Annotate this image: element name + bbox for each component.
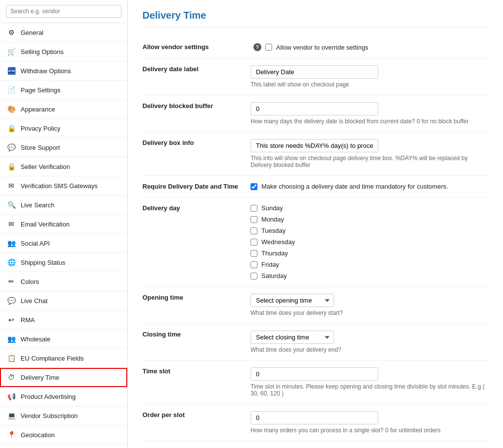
checkbox-day-monday[interactable] bbox=[251, 216, 257, 223]
day-item-monday: Monday bbox=[251, 216, 488, 223]
sidebar-item-eu-compliance[interactable]: 📋EU Compliance Fields bbox=[0, 349, 127, 368]
sidebar-item-appearance[interactable]: 🎨Appearance bbox=[0, 100, 127, 119]
icon-withdraw-options: 🏧 bbox=[7, 66, 16, 75]
icon-selling-options: 🛒 bbox=[7, 47, 16, 56]
row-opening-time: Opening time Select opening time What ti… bbox=[142, 287, 488, 324]
icon-eu-compliance: 📋 bbox=[7, 354, 16, 363]
sidebar-item-withdraw-options[interactable]: 🏧Withdraw Options bbox=[0, 61, 127, 81]
sidebar-search-container bbox=[0, 0, 127, 23]
input-blocked-buffer[interactable] bbox=[251, 102, 378, 115]
icon-appearance: 🎨 bbox=[7, 105, 16, 113]
cell-blocked-buffer: How many days the delivery date is block… bbox=[251, 95, 488, 132]
row-save: Save Changes bbox=[142, 441, 488, 448]
cell-delivery-day: SundayMondayTuesdayWednesdayThursdayFrid… bbox=[251, 197, 488, 287]
icon-geolocation: 📍 bbox=[7, 430, 16, 439]
sidebar-item-live-search[interactable]: 🔍Live Search bbox=[0, 196, 127, 215]
sidebar-label-privacy-policy: Privacy Policy bbox=[21, 125, 60, 132]
label-time-slot: Time slot bbox=[142, 361, 251, 404]
sidebar-item-store-support[interactable]: 💬Store Support bbox=[0, 138, 127, 157]
label-require-delivery: Require Delivery Date and Time bbox=[142, 176, 251, 197]
input-box-info[interactable] bbox=[251, 139, 378, 152]
sidebar-item-seller-verification[interactable]: 🔒Seller Verification bbox=[0, 157, 127, 176]
sidebar-item-geolocation[interactable]: 📍Geolocation bbox=[0, 425, 127, 445]
label-allow-vendor: Allow vendor settings bbox=[142, 36, 251, 58]
cell-time-slot: Time slot in minutes. Please keep openin… bbox=[251, 361, 488, 404]
checkbox-day-thursday[interactable] bbox=[251, 250, 257, 257]
cell-save: Save Changes bbox=[251, 441, 488, 448]
sidebar-item-colors[interactable]: ✏Colors bbox=[0, 272, 127, 291]
select-closing-time[interactable]: Select closing time bbox=[251, 331, 334, 344]
icon-rma: ↩ bbox=[7, 315, 16, 324]
sidebar-item-delivery-time[interactable]: ⏱Delivery Time bbox=[0, 368, 127, 387]
row-allow-vendor: Allow vendor settings ? Allow vendor to … bbox=[142, 36, 488, 58]
desc-closing-time: What time does your delivery end? bbox=[251, 346, 488, 353]
label-day-friday: Friday bbox=[261, 261, 279, 268]
help-icon-allow-vendor[interactable]: ? bbox=[253, 43, 261, 51]
sidebar-item-wholesale[interactable]: 👥Wholesale bbox=[0, 330, 127, 349]
checkbox-allow-vendor[interactable] bbox=[265, 44, 272, 51]
checkbox-day-friday[interactable] bbox=[251, 261, 257, 268]
icon-live-chat: 💬 bbox=[7, 296, 16, 305]
checkbox-require-delivery[interactable] bbox=[251, 183, 257, 190]
cell-order-per-slot: How many orders you can process in a sin… bbox=[251, 404, 488, 441]
cell-closing-time: Select closing time What time does your … bbox=[251, 324, 488, 361]
sidebar-item-rma[interactable]: ↩RMA bbox=[0, 310, 127, 330]
row-delivery-day: Delivery day SundayMondayTuesdayWednesda… bbox=[142, 197, 488, 287]
checkbox-day-sunday[interactable] bbox=[251, 205, 257, 212]
icon-general: ⚙ bbox=[7, 28, 16, 37]
sidebar-label-colors: Colors bbox=[21, 278, 39, 285]
sidebar-item-selling-options[interactable]: 🛒Selling Options bbox=[0, 42, 127, 61]
row-require-delivery: Require Delivery Date and Time Make choo… bbox=[142, 176, 488, 197]
sidebar-label-wholesale: Wholesale bbox=[21, 336, 51, 343]
sidebar-item-vendor-subscription[interactable]: 💻Vendor Subscription bbox=[0, 406, 127, 425]
sidebar-label-general: General bbox=[21, 29, 43, 36]
day-item-sunday: Sunday bbox=[251, 204, 488, 212]
sidebar-label-shipping-status: Shipping Status bbox=[21, 259, 65, 266]
select-opening-time[interactable]: Select opening time bbox=[251, 294, 334, 307]
cell-require-delivery: Make choosing a delivery date and time m… bbox=[251, 176, 488, 197]
row-delivery-date-label: Delivery date label This label will show… bbox=[142, 58, 488, 95]
cell-opening-time: Select opening time What time does your … bbox=[251, 287, 488, 324]
checkbox-day-saturday[interactable] bbox=[251, 273, 257, 280]
sidebar-item-privacy-policy[interactable]: 🔒Privacy Policy bbox=[0, 119, 127, 138]
sidebar-item-product-advertising[interactable]: 📢Product Advertising bbox=[0, 387, 127, 406]
label-require-delivery-checkbox: Make choosing a delivery date and time m… bbox=[261, 183, 448, 190]
sidebar-item-live-chat[interactable]: 💬Live Chat bbox=[0, 291, 127, 310]
desc-opening-time: What time does your delivery start? bbox=[251, 309, 488, 316]
sidebar-item-general[interactable]: ⚙General bbox=[0, 23, 127, 42]
label-delivery-day: Delivery day bbox=[142, 197, 251, 287]
sidebar-item-product-report-abuse[interactable]: 🚩Product Report Abuse bbox=[0, 445, 127, 448]
label-order-per-slot: Order per slot bbox=[142, 404, 251, 441]
input-delivery-date-label[interactable] bbox=[251, 65, 378, 79]
sidebar-item-page-settings[interactable]: 📄Page Settings bbox=[0, 81, 127, 100]
sidebar-items-list: ⚙General🛒Selling Options🏧Withdraw Option… bbox=[0, 23, 127, 448]
icon-wholesale: 👥 bbox=[7, 335, 16, 343]
checkbox-day-tuesday[interactable] bbox=[251, 227, 257, 234]
save-spacer bbox=[142, 441, 251, 448]
sidebar-item-verification-sms[interactable]: ✉Verification SMS Gateways bbox=[0, 176, 127, 196]
icon-verification-sms: ✉ bbox=[7, 181, 16, 190]
sidebar-item-shipping-status[interactable]: 🌐Shipping Status bbox=[0, 253, 127, 272]
icon-delivery-time: ⏱ bbox=[7, 373, 16, 382]
row-delivery-blocked-buffer: Delivery blocked buffer How many days th… bbox=[142, 95, 488, 132]
checkbox-day-wednesday[interactable] bbox=[251, 239, 257, 246]
row-order-per-slot: Order per slot How many orders you can p… bbox=[142, 404, 488, 441]
icon-email-verification: ✉ bbox=[7, 220, 16, 228]
sidebar-search-input[interactable] bbox=[6, 5, 121, 18]
label-day-wednesday: Wednesday bbox=[261, 238, 295, 246]
label-box-info: Delivery box info bbox=[142, 132, 251, 176]
sidebar-label-appearance: Appearance bbox=[21, 106, 55, 113]
sidebar-item-social-api[interactable]: 👥Social API bbox=[0, 234, 127, 253]
desc-delivery-date: This label will show on checkout page bbox=[251, 81, 488, 88]
sidebar-item-email-verification[interactable]: ✉Email Verification bbox=[0, 215, 127, 234]
sidebar-label-store-support: Store Support bbox=[21, 144, 60, 151]
day-item-thursday: Thursday bbox=[251, 250, 488, 257]
input-order-per-slot[interactable] bbox=[251, 411, 378, 424]
row-closing-time: Closing time Select closing time What ti… bbox=[142, 324, 488, 361]
cell-delivery-date: This label will show on checkout page bbox=[251, 58, 488, 95]
icon-privacy-policy: 🔒 bbox=[7, 124, 16, 133]
cell-allow-vendor: ? Allow vendor to override settings bbox=[251, 36, 488, 58]
sidebar-label-delivery-time: Delivery Time bbox=[21, 374, 59, 381]
input-time-slot[interactable] bbox=[251, 367, 378, 381]
icon-live-search: 🔍 bbox=[7, 200, 16, 209]
